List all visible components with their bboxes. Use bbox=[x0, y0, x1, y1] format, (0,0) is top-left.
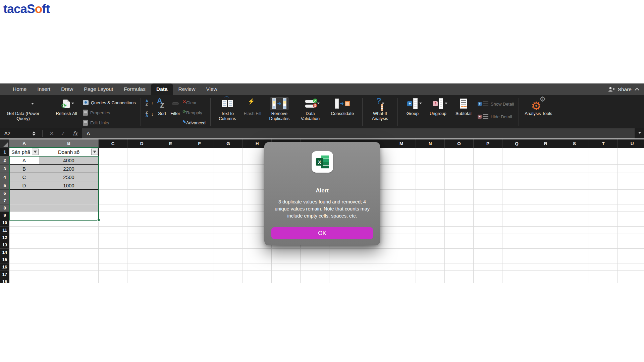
cell-M2[interactable] bbox=[387, 156, 416, 165]
cell-Q14[interactable] bbox=[502, 249, 531, 256]
cell-C3[interactable] bbox=[99, 165, 127, 173]
cell-N8[interactable] bbox=[416, 204, 445, 212]
cell-C17[interactable] bbox=[99, 271, 127, 278]
cell-E14[interactable] bbox=[156, 249, 185, 256]
cell-D13[interactable] bbox=[127, 241, 156, 249]
cell-J14[interactable] bbox=[301, 249, 329, 256]
cell-P17[interactable] bbox=[474, 271, 502, 278]
cell-T6[interactable] bbox=[589, 190, 618, 197]
cell-E16[interactable] bbox=[156, 263, 185, 271]
cell-E17[interactable] bbox=[156, 271, 185, 278]
cell-D9[interactable] bbox=[127, 212, 156, 219]
cell-Q11[interactable] bbox=[502, 227, 531, 234]
cell-C2[interactable] bbox=[99, 156, 127, 165]
row-header-7[interactable]: 7 bbox=[0, 197, 9, 204]
cell-U10[interactable] bbox=[618, 219, 644, 227]
cell-G4[interactable] bbox=[214, 173, 243, 181]
cell-S8[interactable] bbox=[560, 204, 589, 212]
cell-N12[interactable] bbox=[416, 234, 445, 241]
cell-J16[interactable] bbox=[301, 263, 329, 271]
cell-C5[interactable] bbox=[99, 181, 127, 190]
cell-R3[interactable] bbox=[531, 165, 560, 173]
cell-Q17[interactable] bbox=[502, 271, 531, 278]
cell-H18[interactable] bbox=[243, 278, 272, 283]
cell-M16[interactable] bbox=[387, 263, 416, 271]
cell-F2[interactable] bbox=[185, 156, 214, 165]
cell-H14[interactable] bbox=[243, 249, 272, 256]
cell-B3[interactable]: 2200 bbox=[39, 165, 99, 173]
cell-Q7[interactable] bbox=[502, 197, 531, 204]
cell-B10[interactable] bbox=[39, 219, 99, 227]
cell-D7[interactable] bbox=[127, 197, 156, 204]
cell-O18[interactable] bbox=[445, 278, 474, 283]
cell-E6[interactable] bbox=[156, 190, 185, 197]
hide-detail-button[interactable]: − Hide Detail bbox=[478, 113, 514, 121]
cell-Q13[interactable] bbox=[502, 241, 531, 249]
cell-I16[interactable] bbox=[272, 263, 301, 271]
column-header-A[interactable]: A bbox=[9, 139, 39, 148]
cell-U3[interactable] bbox=[618, 165, 644, 173]
cell-G8[interactable] bbox=[214, 204, 243, 212]
filter-button[interactable]: Filter bbox=[170, 97, 180, 116]
cell-D17[interactable] bbox=[127, 271, 156, 278]
column-header-F[interactable]: F bbox=[185, 139, 214, 148]
name-box[interactable]: A2 bbox=[0, 131, 32, 136]
sort-button[interactable]: AZ Sort bbox=[157, 97, 167, 116]
cell-S16[interactable] bbox=[560, 263, 589, 271]
cell-A11[interactable] bbox=[9, 227, 39, 234]
cell-I14[interactable] bbox=[272, 249, 301, 256]
cell-P8[interactable] bbox=[474, 204, 502, 212]
cell-P5[interactable] bbox=[474, 181, 502, 190]
cell-J17[interactable] bbox=[301, 271, 329, 278]
cell-A5[interactable]: D bbox=[9, 181, 39, 190]
cell-O15[interactable] bbox=[445, 256, 474, 263]
cell-Q1[interactable] bbox=[502, 148, 531, 156]
cell-O10[interactable] bbox=[445, 219, 474, 227]
cell-S14[interactable] bbox=[560, 249, 589, 256]
cell-E10[interactable] bbox=[156, 219, 185, 227]
cell-A4[interactable]: C bbox=[9, 173, 39, 181]
cell-T7[interactable] bbox=[589, 197, 618, 204]
column-header-M[interactable]: M bbox=[387, 139, 416, 148]
cell-G2[interactable] bbox=[214, 156, 243, 165]
column-header-R[interactable]: R bbox=[531, 139, 560, 148]
cell-J18[interactable] bbox=[301, 278, 329, 283]
cell-N17[interactable] bbox=[416, 271, 445, 278]
cell-B5[interactable]: 1000 bbox=[39, 181, 99, 190]
cell-F9[interactable] bbox=[185, 212, 214, 219]
cell-T10[interactable] bbox=[589, 219, 618, 227]
cell-B15[interactable] bbox=[39, 256, 99, 263]
cell-Q16[interactable] bbox=[502, 263, 531, 271]
cell-E3[interactable] bbox=[156, 165, 185, 173]
cell-D6[interactable] bbox=[127, 190, 156, 197]
group-button[interactable]: + Group bbox=[402, 97, 423, 116]
column-header-C[interactable]: C bbox=[99, 139, 127, 148]
cell-R16[interactable] bbox=[531, 263, 560, 271]
cell-E4[interactable] bbox=[156, 173, 185, 181]
cell-T11[interactable] bbox=[589, 227, 618, 234]
cell-F14[interactable] bbox=[185, 249, 214, 256]
tab-review[interactable]: Review bbox=[173, 83, 201, 95]
cell-K17[interactable] bbox=[329, 271, 358, 278]
fx-icon[interactable]: fx bbox=[73, 130, 78, 137]
cell-E13[interactable] bbox=[156, 241, 185, 249]
cell-F13[interactable] bbox=[185, 241, 214, 249]
cell-Q2[interactable] bbox=[502, 156, 531, 165]
cell-Q18[interactable] bbox=[502, 278, 531, 283]
cell-R13[interactable] bbox=[531, 241, 560, 249]
cell-A3[interactable]: B bbox=[9, 165, 39, 173]
cell-U11[interactable] bbox=[618, 227, 644, 234]
cell-N4[interactable] bbox=[416, 173, 445, 181]
cell-N2[interactable] bbox=[416, 156, 445, 165]
cancel-icon[interactable]: ✕ bbox=[49, 130, 54, 137]
cell-B7[interactable] bbox=[39, 197, 99, 204]
cell-C13[interactable] bbox=[99, 241, 127, 249]
cell-D14[interactable] bbox=[127, 249, 156, 256]
cell-A7[interactable] bbox=[9, 197, 39, 204]
cell-H16[interactable] bbox=[243, 263, 272, 271]
cell-O4[interactable] bbox=[445, 173, 474, 181]
cell-A13[interactable] bbox=[9, 241, 39, 249]
cell-J15[interactable] bbox=[301, 256, 329, 263]
cell-P14[interactable] bbox=[474, 249, 502, 256]
row-header-6[interactable]: 6 bbox=[0, 190, 9, 197]
